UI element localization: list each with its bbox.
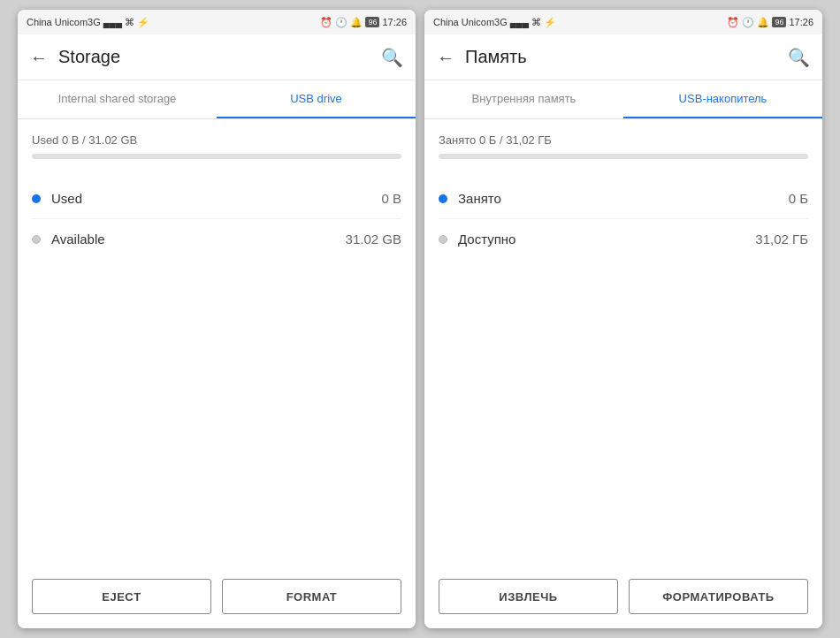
dot-used-left — [32, 194, 41, 203]
left-phone-panel: China Unicom3G ▄▄▄ ⌘ ⚡ ⏰ 🕐 🔔 96 17:26 ← … — [18, 10, 416, 628]
top-bar-right: ← Память 🔍 — [424, 34, 822, 80]
dot-available-left — [32, 235, 41, 244]
storage-item-used-right: Занято 0 Б — [439, 178, 808, 219]
clock-icon-right: 🕐 — [742, 17, 754, 28]
back-button-right[interactable]: ← — [437, 49, 454, 66]
status-bar-right: China Unicom3G ▄▄▄ ⌘ ⚡ ⏰ 🕐 🔔 96 17:26 — [424, 10, 822, 34]
item-value-used-right: 0 Б — [789, 191, 808, 206]
storage-item-available-right: Доступно 31,02 ГБ — [439, 219, 808, 259]
back-button-left[interactable]: ← — [30, 49, 48, 66]
progress-bar-bg-left — [32, 154, 401, 159]
right-phone-panel: China Unicom3G ▄▄▄ ⌘ ⚡ ⏰ 🕐 🔔 96 17:26 ← … — [424, 10, 822, 628]
item-label-available-left: Available — [51, 232, 346, 247]
tab-internal-storage-right[interactable]: Внутренняя память — [424, 80, 623, 118]
tabs-left: Internal shared storage USB drive — [18, 80, 416, 119]
storage-item-used-left: Used 0 B — [32, 178, 401, 219]
wifi-icon-right: ⌘ — [531, 17, 541, 28]
item-value-used-left: 0 B — [381, 191, 401, 206]
dot-available-right — [439, 235, 447, 244]
clock-icon: 🕐 — [335, 17, 347, 28]
tabs-right: Внутренняя память USB-накопитель — [424, 80, 822, 119]
item-value-available-right: 31,02 ГБ — [755, 232, 808, 247]
search-icon-left[interactable]: 🔍 — [381, 47, 403, 68]
item-value-available-left: 31.02 GB — [346, 232, 401, 247]
page-title-left: Storage — [58, 47, 381, 67]
item-label-available-right: Доступно — [458, 232, 755, 247]
page-title-right: Память — [465, 47, 788, 67]
charge-icon: ⚡ — [137, 17, 149, 28]
progress-bar-bg-right — [439, 154, 808, 159]
tab-usb-drive-left[interactable]: USB drive — [217, 80, 416, 118]
alarm-icon: ⏰ — [320, 17, 332, 28]
tab-internal-storage-left[interactable]: Internal shared storage — [18, 80, 217, 118]
dot-used-right — [439, 194, 447, 203]
item-label-used-right: Занято — [458, 191, 789, 206]
signal-bars-icon: ▄▄▄ — [103, 18, 122, 27]
wifi-icon: ⌘ — [125, 17, 134, 28]
bell-icon-right: 🔔 — [757, 17, 769, 28]
item-label-used-left: Used — [51, 191, 381, 206]
storage-item-available-left: Available 31.02 GB — [32, 219, 401, 259]
storage-summary-right: Занято 0 Б / 31,02 ГБ — [439, 133, 808, 147]
buttons-row-right: ИЗВЛЕЧЬ ФОРМАТИРОВАТЬ — [424, 565, 822, 628]
eject-button-right[interactable]: ИЗВЛЕЧЬ — [439, 579, 618, 614]
time-left: 17:26 — [382, 17, 407, 27]
format-button-right[interactable]: ФОРМАТИРОВАТЬ — [629, 579, 808, 614]
signal-bars-icon-right: ▄▄▄ — [510, 18, 529, 27]
status-right-right: ⏰ 🕐 🔔 96 17:26 — [727, 17, 813, 28]
format-button-left[interactable]: FORMAT — [222, 579, 401, 614]
bell-icon: 🔔 — [350, 17, 363, 28]
time-right: 17:26 — [789, 17, 813, 27]
eject-button-left[interactable]: EJECT — [32, 579, 211, 614]
content-right: Занято 0 Б / 31,02 ГБ Занято 0 Б Доступн… — [424, 119, 822, 565]
charge-icon-right: ⚡ — [544, 17, 556, 28]
search-icon-right[interactable]: 🔍 — [788, 47, 810, 68]
tab-usb-drive-right[interactable]: USB-накопитель — [623, 80, 822, 118]
top-bar-left: ← Storage 🔍 — [18, 34, 416, 80]
status-bar-left: China Unicom3G ▄▄▄ ⌘ ⚡ ⏰ 🕐 🔔 96 17:26 — [18, 10, 416, 34]
battery-left: 96 — [365, 17, 379, 27]
status-right-left: ⏰ 🕐 🔔 96 17:26 — [320, 17, 407, 28]
carrier-label-right: China Unicom3G — [433, 17, 508, 27]
carrier-label-left: China Unicom3G — [27, 17, 101, 27]
status-left-right: China Unicom3G ▄▄▄ ⌘ ⚡ — [433, 17, 556, 28]
alarm-icon-right: ⏰ — [727, 17, 739, 28]
storage-summary-left: Used 0 B / 31.02 GB — [32, 133, 401, 147]
content-left: Used 0 B / 31.02 GB Used 0 B Available 3… — [18, 119, 416, 565]
buttons-row-left: EJECT FORMAT — [18, 565, 416, 628]
battery-right: 96 — [772, 17, 786, 27]
status-left-left: China Unicom3G ▄▄▄ ⌘ ⚡ — [27, 17, 149, 28]
